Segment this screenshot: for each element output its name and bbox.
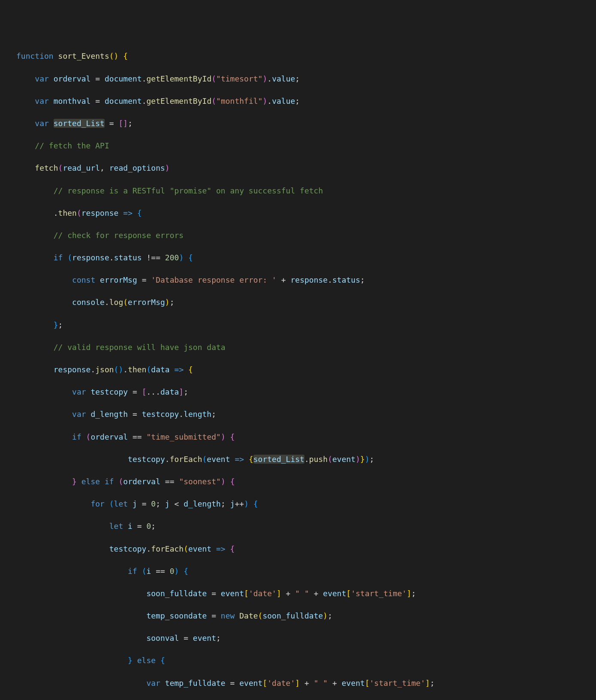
code-line: if (response.status !== 200) { xyxy=(9,252,596,263)
code-line: var sorted_List = []; xyxy=(9,118,596,129)
code-line: var d_length = testcopy.length; xyxy=(9,409,596,420)
code-line: } else if (orderval == "soonest") { xyxy=(9,476,596,487)
code-line: testcopy.forEach(event => {sorted_List.p… xyxy=(9,454,596,465)
code-line: var testcopy = [...data]; xyxy=(9,386,596,398)
code-line: // fetch the API xyxy=(9,140,596,151)
code-line: temp_soondate = new Date(soon_fulldate); xyxy=(9,610,596,622)
highlighted-var: sorted_List xyxy=(54,119,105,128)
code-line: if (orderval == "time_submitted") { xyxy=(9,431,596,443)
code-line: for (let j = 0; j < d_length; j++) { xyxy=(9,498,596,510)
code-line: response.json().then(data => { xyxy=(9,364,596,375)
code-line: } else { xyxy=(9,655,596,666)
code-editor[interactable]: function sort_Events() { var orderval = … xyxy=(9,51,596,700)
highlighted-var: sorted_List xyxy=(253,455,304,464)
code-line: if (i == 0) { xyxy=(9,566,596,577)
code-line: const errorMsg = 'Database response erro… xyxy=(9,275,596,286)
code-line: var monthval = document.getElementById("… xyxy=(9,96,596,107)
code-line: soon_fulldate = event['date'] + " " + ev… xyxy=(9,588,596,599)
code-line: // response is a RESTful "promise" on an… xyxy=(9,185,596,196)
code-line: function sort_Events() { xyxy=(9,51,596,62)
code-line: var orderval = document.getElementById("… xyxy=(9,73,596,84)
code-line: var temp_fulldate = event['date'] + " " … xyxy=(9,678,596,689)
code-line: soonval = event; xyxy=(9,633,596,644)
code-line: .then(response => { xyxy=(9,208,596,219)
code-line: testcopy.forEach(event => { xyxy=(9,543,596,555)
code-line: console.log(errorMsg); xyxy=(9,297,596,308)
code-line: }; xyxy=(9,320,596,331)
code-line: // valid response will have json data xyxy=(9,342,596,353)
code-line: let i = 0; xyxy=(9,521,596,532)
code-line: fetch(read_url, read_options) xyxy=(9,163,596,174)
code-line: // check for response errors xyxy=(9,230,596,241)
